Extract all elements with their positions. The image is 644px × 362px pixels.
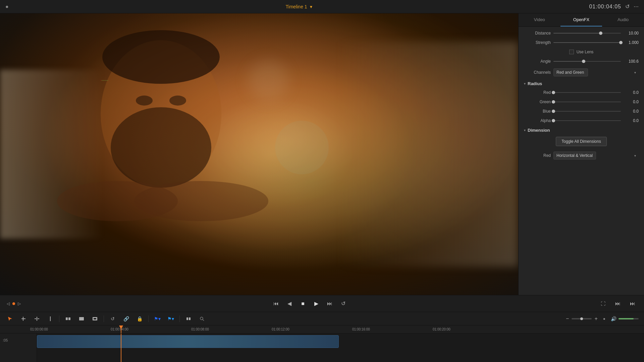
- go-to-end-button[interactable]: ⏭: [325, 299, 334, 308]
- blade-tool-button[interactable]: [46, 314, 55, 323]
- transport-bar: ◁ ▷ ⏮ ◀ ■ ▶ ⏭ ↺ ⛶ ⏭ ⏭: [0, 295, 644, 312]
- timeline-dropdown-icon[interactable]: ▾: [310, 4, 312, 9]
- ruler-labels: 01:00:00:00 01:00:04:00 01:00:08:00 01:0…: [0, 325, 644, 333]
- transport-controls: ⏮ ◀ ■ ▶ ⏭ ↺: [271, 299, 348, 308]
- timeline-toolbar: ↺ 🔗 🔒 ⚑▾ ⚑▾ − + ● 🔊: [0, 312, 644, 325]
- panel-tabs: Video OpenFX Audio: [519, 13, 644, 27]
- radius-blue-label: Blue: [524, 109, 551, 114]
- svg-rect-15: [37, 317, 37, 321]
- go-last-button[interactable]: ⏭: [628, 299, 637, 308]
- preview-area: [0, 13, 518, 295]
- distance-value: 10.00: [624, 31, 639, 36]
- top-bar-right: 01:00:04:05 ↺ ···: [589, 3, 639, 10]
- play-button[interactable]: ▶: [312, 299, 321, 308]
- dimension-section-header[interactable]: ▾ Dimension: [524, 128, 639, 133]
- volume-slider[interactable]: [619, 318, 639, 319]
- timeline-title: Timeline 1: [286, 4, 307, 9]
- use-lens-row: Use Lens: [524, 50, 639, 54]
- transport-right: ⛶ ⏭ ⏭: [598, 299, 637, 308]
- strength-value: 1.000: [624, 40, 639, 45]
- radius-red-value: 0.0: [624, 90, 639, 95]
- volume-icon: 🔊: [611, 316, 616, 321]
- snap-button[interactable]: [184, 314, 193, 323]
- bottom-area: ◁ ▷ ⏮ ◀ ■ ▶ ⏭ ↺ ⛶ ⏭ ⏭: [0, 295, 644, 362]
- insert-mode-button[interactable]: [63, 314, 73, 323]
- loop-button[interactable]: ↺: [625, 3, 630, 10]
- use-lens-checkbox[interactable]: [569, 50, 574, 54]
- nav-next-arrow[interactable]: ▷: [18, 301, 21, 306]
- video-clip[interactable]: [37, 335, 339, 348]
- nav-prev-arrow[interactable]: ◁: [7, 301, 10, 306]
- distance-label: Distance: [524, 31, 551, 36]
- svg-rect-18: [68, 317, 70, 320]
- overwrite-mode-button[interactable]: [77, 314, 86, 323]
- top-bar-left: ●: [5, 4, 9, 10]
- angle-value: 100.6: [624, 59, 639, 64]
- channels-select[interactable]: Red and Green Red and Blue Green and Blu…: [553, 68, 588, 76]
- radius-alpha-value: 0.0: [624, 118, 639, 123]
- radius-green-value: 0.0: [624, 100, 639, 104]
- dimension-red-select[interactable]: Horizontal & Vertical Horizontal Vertica…: [553, 152, 596, 160]
- step-back-button[interactable]: ◀: [285, 299, 294, 308]
- zoom-out-button[interactable]: −: [566, 316, 569, 322]
- radius-red-row: Red 0.0: [524, 90, 639, 95]
- top-bar: ● Timeline 1 ▾ 01:00:04:05 ↺ ···: [0, 0, 644, 13]
- strength-slider[interactable]: [553, 42, 621, 43]
- radius-section-header[interactable]: ▾ Radius: [524, 81, 639, 86]
- dynamic-trim-button[interactable]: [32, 314, 42, 323]
- timeline-tracks: :05: [0, 334, 644, 362]
- radius-blue-slider[interactable]: [553, 111, 621, 112]
- svg-rect-21: [94, 318, 96, 319]
- zoom-in-button[interactable]: +: [594, 316, 597, 322]
- toggle-all-dimensions-button[interactable]: Toggle All Dimensions: [556, 137, 606, 146]
- strength-param-row: Strength 1.000: [524, 40, 639, 45]
- ruler-label-3: 01:00:08:00: [191, 327, 272, 331]
- timecode-display: 01:00:04:05: [589, 4, 621, 10]
- link-button[interactable]: 🔗: [121, 314, 131, 323]
- svg-rect-23: [189, 317, 191, 320]
- dimension-section-title: Dimension: [528, 128, 550, 133]
- stop-button[interactable]: ■: [298, 299, 308, 308]
- radius-red-label: Red: [524, 90, 551, 95]
- marker-button[interactable]: ⚑▾: [166, 314, 175, 323]
- toolbar-sep-4: [179, 315, 180, 322]
- distance-param-row: Distance 10.00: [524, 31, 639, 36]
- distance-slider[interactable]: [553, 33, 621, 34]
- radius-green-label: Green: [524, 100, 551, 104]
- fullscreen-button[interactable]: ⛶: [598, 299, 608, 308]
- trim-tool-button[interactable]: [19, 314, 28, 323]
- svg-rect-14: [38, 318, 39, 319]
- timeline-ruler: 01:00:00:00 01:00:04:00 01:00:08:00 01:0…: [0, 325, 644, 334]
- loop-toggle-button[interactable]: ↺: [338, 299, 348, 308]
- ruler-label-6: 01:00:20:00: [433, 327, 513, 331]
- radius-green-slider[interactable]: [553, 102, 621, 102]
- ruler-label-1: 01:00:00:00: [30, 327, 111, 331]
- panel-content: Distance 10.00 Strength 1.000 Use L: [519, 27, 644, 295]
- radius-chevron-icon: ▾: [524, 82, 526, 85]
- toolbar-sep-3: [148, 315, 149, 322]
- tab-audio[interactable]: Audio: [602, 13, 644, 26]
- source-overwrite-button[interactable]: [90, 314, 100, 323]
- zoom-to-selection-button[interactable]: [197, 314, 207, 323]
- lock-button[interactable]: 🔒: [135, 314, 144, 323]
- angle-slider[interactable]: [553, 61, 621, 62]
- radius-alpha-slider[interactable]: [553, 120, 621, 121]
- toolbar-sep-1: [59, 315, 59, 322]
- tab-video[interactable]: Video: [519, 13, 560, 26]
- zoom-slider[interactable]: [572, 318, 592, 319]
- playhead[interactable]: [121, 325, 121, 333]
- more-options-button[interactable]: ···: [634, 3, 639, 10]
- track-content-area: [37, 334, 644, 362]
- ruler-label-4: 01:00:12:00: [272, 327, 352, 331]
- angle-param-row: Angle 100.6: [524, 59, 639, 64]
- radius-red-slider[interactable]: [553, 92, 621, 93]
- skip-forward-button[interactable]: ⏭: [613, 299, 623, 308]
- svg-rect-19: [79, 317, 84, 320]
- radius-blue-row: Blue 0.0: [524, 109, 639, 114]
- loop-mode-button[interactable]: ↺: [108, 314, 117, 323]
- select-tool-button[interactable]: [5, 314, 15, 323]
- flag-button[interactable]: ⚑▾: [153, 314, 162, 323]
- svg-rect-12: [23, 317, 23, 321]
- tab-openfx[interactable]: OpenFX: [560, 13, 602, 26]
- go-to-start-button[interactable]: ⏮: [271, 299, 281, 308]
